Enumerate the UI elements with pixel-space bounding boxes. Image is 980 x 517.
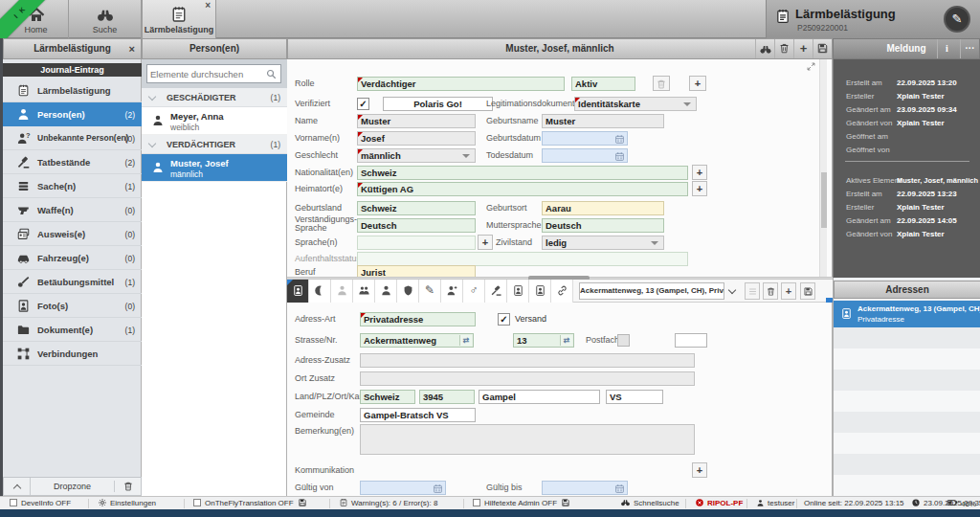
address-selector[interactable]: Ackermattenweg, 13 (Gampel, CH), Privata…: [579, 282, 724, 300]
vorname-field[interactable]: Josef: [357, 131, 476, 146]
gueltig-von-field[interactable]: [360, 481, 446, 495]
sprachen-field[interactable]: [357, 236, 476, 250]
muttersprache-field[interactable]: Deutsch: [542, 218, 664, 233]
swap-icon[interactable]: ⇄: [459, 335, 472, 346]
legitimationsdokument-select[interactable]: Identitätskarte: [574, 97, 697, 111]
sidebar-item-personen[interactable]: Person(en)(2): [3, 102, 142, 126]
expand-icon[interactable]: [806, 61, 816, 72]
kommunikation-add-button[interactable]: +: [692, 462, 707, 478]
sidebar-item-verbindungen[interactable]: Verbindungen: [3, 342, 142, 366]
group-header-geschaedigter[interactable]: GESCHÄDIGTER (1): [142, 88, 287, 107]
ort-zusatz-field[interactable]: [360, 371, 695, 386]
role-add-button[interactable]: +: [689, 76, 706, 91]
tab-close-icon[interactable]: ×: [205, 1, 211, 11]
tab-relations[interactable]: [353, 280, 375, 303]
strasse-field[interactable]: Ackermattenweg⇄: [360, 333, 474, 348]
address-list-item[interactable]: Ackermattenweg, 13 (Gampel, CH) Privatad…: [834, 301, 980, 327]
address-add-button[interactable]: +: [781, 282, 796, 300]
sidebar-item-fotos[interactable]: Foto(s)(0): [3, 294, 142, 318]
status-field[interactable]: Aktiv: [571, 77, 635, 91]
geburtsname-field[interactable]: Muster: [542, 114, 664, 128]
zivilstand-select[interactable]: ledig: [542, 236, 664, 250]
geschlecht-select[interactable]: männlich: [357, 148, 476, 163]
checkbox-icon[interactable]: [473, 499, 480, 506]
dropzone-trash-button[interactable]: [114, 481, 141, 492]
geburtsort-field[interactable]: Aarau: [542, 201, 664, 215]
checkbox-icon[interactable]: [10, 499, 17, 506]
address-list-button[interactable]: [745, 282, 760, 300]
tab-laermbelaestigung[interactable]: × Lärmbelästigung: [142, 0, 216, 38]
search-icon[interactable]: [265, 68, 278, 80]
tab-links[interactable]: [551, 280, 573, 303]
onthefly-toggle[interactable]: OnTheFlyTranslation OFF: [193, 497, 310, 510]
nationalitaet-add-button[interactable]: +: [692, 165, 707, 180]
dropzone-collapse-button[interactable]: [4, 478, 31, 495]
adress-art-field[interactable]: Privatadresse: [360, 312, 476, 326]
calendar-icon[interactable]: [614, 151, 625, 162]
ripol-status[interactable]: RIPOL-PF: [695, 497, 743, 510]
save-icon[interactable]: [298, 498, 307, 507]
more-button[interactable]: ···: [960, 39, 979, 58]
checkbox-icon[interactable]: [193, 499, 201, 506]
schnellsuche-button[interactable]: Schnellsuche: [620, 497, 679, 510]
tab-offense[interactable]: [485, 280, 507, 303]
calendar-icon[interactable]: [433, 483, 443, 494]
form-scrollbar[interactable]: [819, 59, 827, 277]
tab-alias[interactable]: [309, 280, 331, 303]
role-delete-button[interactable]: [653, 76, 670, 91]
ort-field[interactable]: Gampel: [479, 390, 600, 404]
group-header-verdaechtiger[interactable]: VERDÄCHTIGER (1): [142, 135, 287, 154]
sidebar-item-betaeubungsmittel[interactable]: Betäubungsmittel(1): [3, 270, 142, 294]
address-delete-button[interactable]: [763, 282, 778, 300]
tab-protection[interactable]: [397, 280, 419, 303]
calendar-icon[interactable]: [614, 483, 625, 494]
land-field[interactable]: Schweiz: [360, 390, 415, 404]
postfach-checkbox[interactable]: [617, 334, 630, 347]
delete-button[interactable]: [774, 39, 793, 58]
sidebar-item-sachen[interactable]: Sache(n)(1): [3, 174, 142, 198]
sprachen-add-button[interactable]: +: [478, 235, 493, 250]
verifiziert-source-field[interactable]: Polaris Go!: [383, 97, 493, 111]
chevron-down-icon[interactable]: [728, 286, 736, 294]
tab-gender[interactable]: ♂: [463, 280, 485, 303]
bemerkungen-field[interactable]: [360, 424, 695, 455]
versand-checkbox[interactable]: ✓: [498, 313, 510, 326]
rolle-field[interactable]: Verdächtiger: [357, 77, 565, 91]
gueltig-bis-field[interactable]: [542, 481, 628, 495]
sidebar-item-waffen[interactable]: Waffe(n)(0): [3, 198, 142, 222]
verstaendigungssprache-field[interactable]: Deutsch: [357, 218, 476, 233]
nationalitaet-field[interactable]: Schweiz: [357, 166, 688, 180]
tab-photo-2[interactable]: [529, 280, 551, 303]
calendar-icon[interactable]: [614, 134, 625, 145]
develinfo-toggle[interactable]: DevelInfo OFF: [10, 497, 71, 510]
sidebar-item-tatbestaende[interactable]: Tatbestände(2): [3, 150, 142, 174]
name-field[interactable]: Muster: [357, 114, 476, 128]
heimatort-field[interactable]: Küttigen AG: [357, 182, 688, 196]
sidebar-item-unbekannte-personen[interactable]: Unbekannte Person(en)(0): [3, 126, 142, 150]
tab-edit[interactable]: ✎: [419, 280, 441, 303]
kanton-field[interactable]: VS: [606, 390, 663, 404]
verifiziert-checkbox[interactable]: ✓: [357, 98, 369, 110]
tab-person-attributes[interactable]: [441, 280, 463, 303]
user-indicator[interactable]: testuser: [756, 497, 794, 510]
info-button[interactable]: i: [937, 39, 956, 58]
adress-zusatz-field[interactable]: [360, 353, 695, 368]
swap-icon[interactable]: ⇄: [560, 335, 572, 346]
tab-suche[interactable]: Suche: [69, 0, 142, 38]
tab-person-outline[interactable]: [331, 280, 353, 303]
postfach-field[interactable]: [675, 333, 707, 348]
todesdatum-field[interactable]: [542, 148, 628, 163]
tab-address-card[interactable]: [287, 280, 309, 303]
sidebar-item-ausweise[interactable]: Ausweis(e)(0): [3, 222, 142, 246]
close-icon[interactable]: ×: [129, 39, 135, 58]
verify-button[interactable]: [755, 39, 774, 58]
geburtsland-field[interactable]: Schweiz: [357, 201, 476, 215]
person-list-item-muster[interactable]: Muster, Josef männlich: [142, 154, 287, 182]
tab-bust[interactable]: [375, 280, 397, 303]
sidebar-item-dokumente[interactable]: Dokument(e)(1): [3, 318, 142, 342]
hilfetexte-toggle[interactable]: Hilfetexte Admin OFF: [473, 497, 573, 510]
aufenthaltsstatus-field[interactable]: [357, 252, 688, 266]
hausnummer-field[interactable]: 13⇄: [513, 333, 574, 348]
add-button[interactable]: +: [793, 39, 813, 58]
sidebar-item-fahrzeuge[interactable]: Fahrzeug(e)(0): [3, 246, 142, 270]
